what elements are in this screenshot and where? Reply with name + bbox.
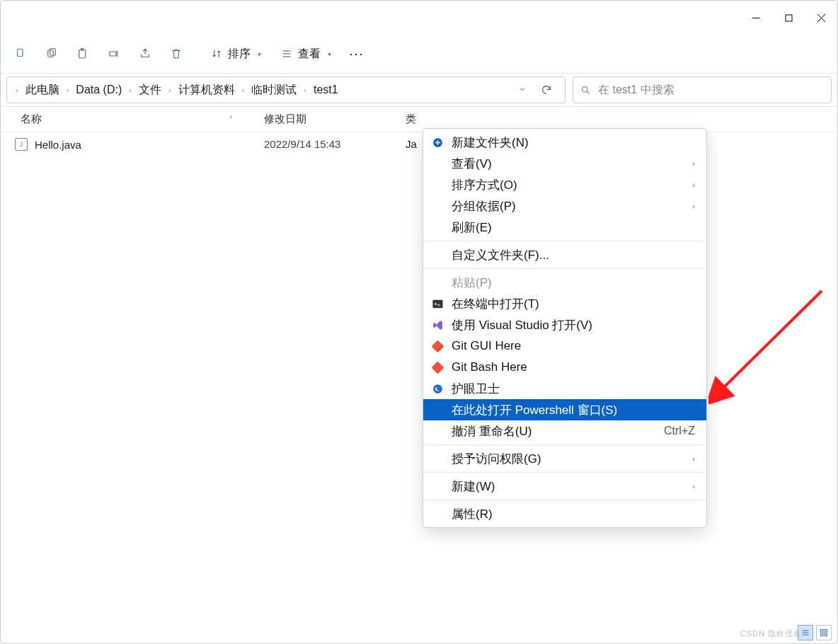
java-file-icon: J (15, 138, 28, 151)
shortcut-label: Ctrl+Z (664, 425, 695, 437)
view-label: 查看 (298, 47, 321, 62)
svg-point-20 (433, 384, 442, 393)
search-icon (580, 85, 591, 96)
rename-button[interactable] (100, 40, 128, 68)
breadcrumb-item[interactable]: 此电脑 (24, 83, 61, 98)
breadcrumb-item[interactable]: 计算机资料 (177, 83, 236, 98)
menu-grant-access[interactable]: 授予访问权限(G)› (423, 448, 706, 469)
breadcrumb-item[interactable]: test1 (312, 84, 340, 96)
svg-rect-6 (50, 49, 56, 56)
menu-group-by[interactable]: 分组依据(P)› (423, 195, 706, 217)
chevron-right-icon: › (301, 86, 309, 94)
chevron-right-icon: › (239, 86, 248, 94)
menu-paste: 粘贴(P) (423, 272, 706, 293)
svg-rect-5 (48, 50, 54, 57)
chevron-right-icon: › (692, 159, 695, 168)
svg-rect-18 (432, 340, 444, 352)
sort-asc-icon: ˄ (229, 115, 247, 123)
chevron-right-icon: › (166, 86, 174, 94)
menu-new-folder[interactable]: 新建文件夹(N) (423, 132, 706, 153)
address-row: › 此电脑 › Data (D:) › 文件 › 计算机资料 › 临时测试 › … (1, 73, 837, 107)
breadcrumb-item[interactable]: 临时测试 (250, 83, 298, 98)
menu-git-bash[interactable]: Git Bash Here (423, 357, 706, 378)
svg-rect-27 (821, 633, 824, 636)
git-icon (430, 360, 444, 374)
svg-rect-4 (18, 49, 23, 57)
delete-button[interactable] (162, 40, 190, 68)
git-icon (430, 339, 444, 353)
chevron-down-icon: ▾ (328, 50, 331, 58)
sort-label: 排序 (228, 47, 251, 62)
menu-undo-rename[interactable]: 撤消 重命名(U)Ctrl+Z (423, 420, 706, 442)
menu-view[interactable]: 查看(V)› (423, 153, 706, 174)
sort-dropdown[interactable]: 排序 ▾ (202, 40, 270, 68)
svg-rect-9 (110, 52, 116, 56)
refresh-button[interactable] (534, 84, 559, 96)
view-icon (281, 48, 292, 59)
svg-rect-26 (825, 630, 827, 633)
cut-button[interactable] (6, 40, 35, 68)
terminal-icon (430, 297, 444, 311)
maximize-button[interactable] (772, 6, 805, 29)
thumbnail-view-button[interactable] (816, 625, 832, 640)
svg-line-15 (587, 91, 589, 93)
file-list: 名称 ˄ 修改日期 类 J Hello.java 2022/9/14 15:43… (1, 107, 837, 622)
chevron-right-icon: › (64, 86, 72, 94)
menu-properties[interactable]: 属性(R) (423, 503, 706, 524)
chevron-right-icon: › (692, 202, 695, 210)
svg-rect-25 (821, 630, 824, 633)
svg-point-14 (582, 86, 588, 92)
sort-icon (211, 48, 222, 59)
status-bar: CSDN 隐姓埋名 (1, 622, 837, 643)
titlebar (1, 1, 837, 35)
address-bar[interactable]: › 此电脑 › Data (D:) › 文件 › 计算机资料 › 临时测试 › … (6, 76, 566, 103)
column-date[interactable]: 修改日期 (256, 107, 397, 132)
svg-rect-17 (432, 299, 442, 307)
column-headers: 名称 ˄ 修改日期 类 (1, 107, 837, 132)
svg-rect-1 (786, 15, 792, 21)
new-folder-icon (430, 135, 444, 149)
minimize-button[interactable] (740, 6, 772, 29)
menu-eye-guard[interactable]: 护眼卫士 (423, 378, 706, 399)
svg-rect-19 (432, 362, 444, 374)
file-name: Hello.java (35, 139, 81, 151)
menu-git-gui[interactable]: Git GUI Here (423, 335, 706, 357)
share-button[interactable] (131, 40, 159, 68)
history-dropdown[interactable] (514, 84, 531, 96)
chevron-right-icon: › (692, 180, 695, 189)
visual-studio-icon (430, 318, 444, 332)
menu-sort-by[interactable]: 排序方式(O)› (423, 174, 706, 195)
close-button[interactable] (805, 6, 837, 29)
breadcrumb-item[interactable]: 文件 (137, 83, 163, 98)
chevron-right-icon: › (692, 482, 695, 490)
menu-open-visual-studio[interactable]: 使用 Visual Studio 打开(V) (423, 314, 706, 335)
chevron-right-icon: › (692, 454, 695, 463)
eye-guard-icon (430, 381, 444, 396)
file-row[interactable]: J Hello.java 2022/9/14 15:43 Ja (1, 132, 837, 156)
breadcrumb-item[interactable]: Data (D:) (74, 84, 123, 96)
menu-open-terminal[interactable]: 在终端中打开(T) (423, 293, 706, 314)
view-dropdown[interactable]: 查看 ▾ (272, 40, 340, 68)
paste-button[interactable] (69, 40, 97, 68)
svg-rect-28 (825, 633, 827, 636)
search-input[interactable]: 在 test1 中搜索 (573, 76, 832, 103)
menu-customize-folder[interactable]: 自定义文件夹(F)... (423, 244, 706, 265)
column-name[interactable]: 名称 ˄ (1, 107, 256, 132)
menu-new[interactable]: 新建(W)› (423, 476, 706, 497)
chevron-right-icon: › (13, 86, 21, 94)
more-button[interactable]: ··· (343, 47, 371, 62)
copy-button[interactable] (38, 40, 66, 68)
watermark: CSDN 隐姓埋名 (740, 628, 802, 639)
context-menu: 新建文件夹(N) 查看(V)› 排序方式(O)› 分组依据(P)› 刷新(E) … (423, 128, 707, 528)
menu-refresh[interactable]: 刷新(E) (423, 217, 706, 238)
menu-open-powershell[interactable]: 在此处打开 Powershell 窗口(S) (423, 399, 706, 420)
toolbar: 排序 ▾ 查看 ▾ ··· (1, 35, 837, 73)
file-date: 2022/9/14 15:43 (256, 138, 397, 151)
search-placeholder: 在 test1 中搜索 (598, 83, 675, 98)
chevron-right-icon: › (126, 86, 134, 94)
chevron-down-icon: ▾ (258, 50, 261, 58)
